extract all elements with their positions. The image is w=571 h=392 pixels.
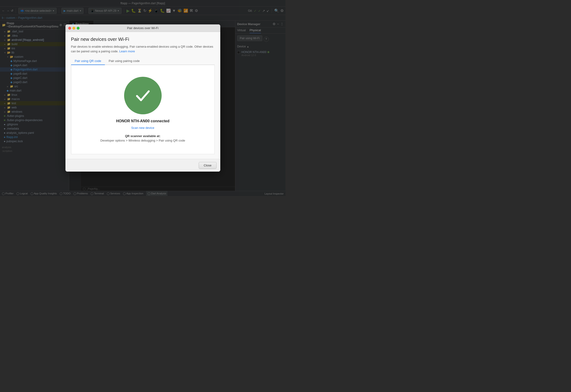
minimize-button-tl[interactable] (72, 27, 75, 29)
dialog-tab-pairing[interactable]: Pair using pairing code (105, 57, 143, 65)
dialog-description: Pair devices to enable wireless debuggin… (71, 44, 215, 54)
dialog-title: Pair devices over Wi-Fi (127, 26, 158, 30)
scan-new-device-link[interactable]: Scan new device (131, 126, 154, 130)
pair-dialog: Pair devices over Wi-Fi Pair new devices… (65, 24, 220, 172)
learn-more-link[interactable]: Learn more (119, 50, 135, 53)
close-button-tl[interactable] (68, 27, 71, 29)
qr-scanner-path: Developer options > Wireless debugging >… (100, 139, 185, 142)
qr-scanner-title: QR scanner available at: (100, 134, 185, 138)
qr-instruction: QR scanner available at: Developer optio… (100, 134, 185, 142)
success-icon (124, 77, 162, 114)
traffic-lights (68, 27, 80, 29)
dialog-tabs: Pair using QR code Pair using pairing co… (71, 57, 215, 65)
dialog-body: Pair new devices over Wi-Fi Pair devices… (65, 32, 220, 159)
close-dialog-button[interactable]: Close (199, 162, 216, 169)
dialog-tab-content: HONOR NTH-AN00 connected Scan new device… (71, 65, 215, 154)
dialog-footer: Close (65, 159, 220, 172)
dialog-tab-qr[interactable]: Pair using QR code (71, 57, 105, 65)
maximize-button-tl[interactable] (77, 27, 80, 29)
dialog-heading: Pair new devices over Wi-Fi (71, 37, 215, 42)
dialog-titlebar: Pair devices over Wi-Fi (65, 24, 220, 32)
connected-text: HONOR NTH-AN00 connected (116, 119, 170, 123)
modal-overlay: Pair devices over Wi-Fi Pair new devices… (0, 0, 286, 196)
